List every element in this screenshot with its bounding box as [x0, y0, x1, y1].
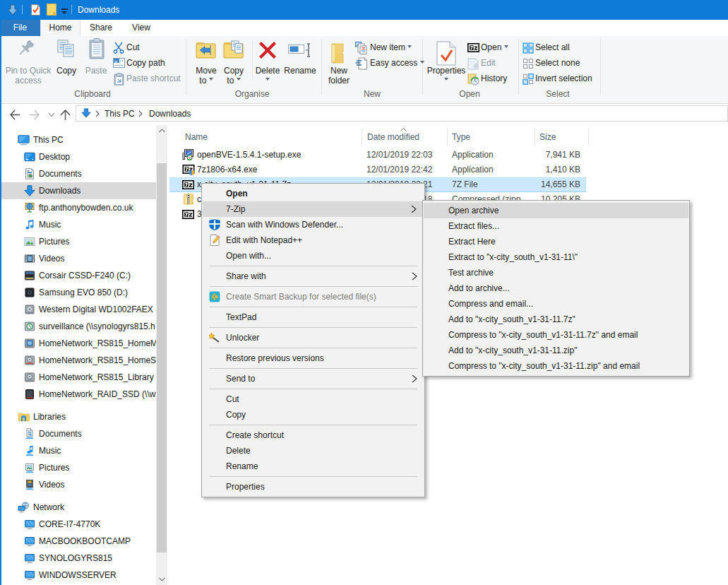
svg-text:w: w — [114, 59, 118, 64]
